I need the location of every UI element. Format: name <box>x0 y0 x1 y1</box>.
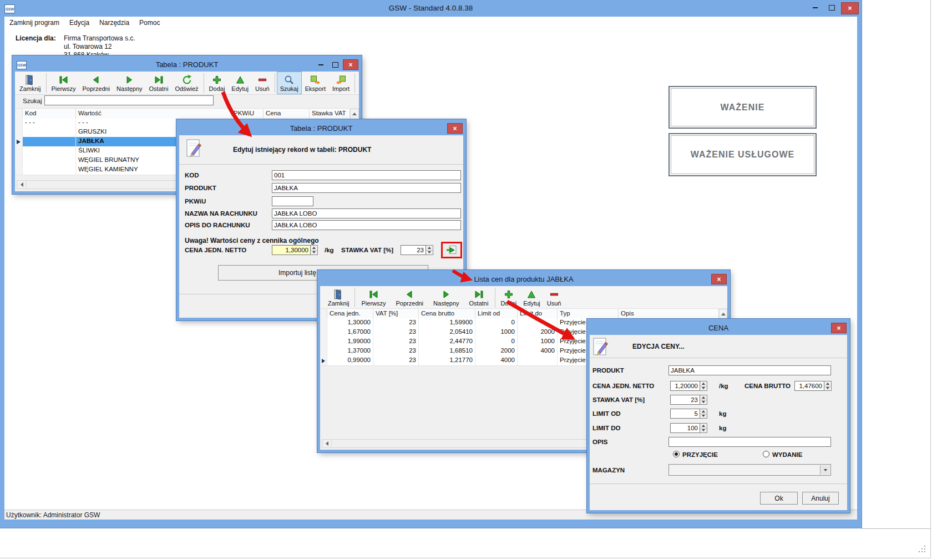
scroll-up-button[interactable] <box>719 309 727 319</box>
limit-od-field[interactable]: 5 <box>670 409 700 419</box>
produkt-table-titlebar[interactable]: GSW Tabela : PRODUKT × <box>15 58 359 72</box>
column-header-typ[interactable]: Typ <box>558 309 619 319</box>
cena-title: CENA <box>590 324 847 332</box>
menu-item-edycja[interactable]: Edycja <box>64 19 94 27</box>
toolbar-button-pierwszy[interactable]: Pierwszy <box>48 72 79 94</box>
resize-grip[interactable] <box>919 546 926 553</box>
przyjecie-radio[interactable] <box>673 451 680 457</box>
toolbar-button-ostatni[interactable]: Ostatni <box>146 72 172 94</box>
column-header-cena-jedn[interactable]: Cena jedn. <box>327 309 373 319</box>
open-price-list-button[interactable] <box>441 242 462 258</box>
wazenie-uslugowe-button[interactable]: WAŻENIE USŁUGOWE <box>668 133 817 176</box>
price-list-titlebar[interactable]: Lista cen dla produktu JABŁKA × <box>320 273 727 286</box>
toolbar-button-dodaj[interactable]: Dodaj <box>206 72 229 94</box>
limit-od-stepper[interactable] <box>700 409 707 419</box>
opis-field[interactable] <box>668 437 831 447</box>
toolbar-separator <box>275 73 275 93</box>
toolbar-button-nastepny[interactable]: Następny <box>113 72 145 94</box>
opis-do-rachunku-field[interactable]: JABŁKA LOBO <box>272 220 461 230</box>
toolbar-button-zamknij[interactable]: Zamknij <box>16 72 44 94</box>
cena-netto-label: CENA JEDN. NETTO <box>185 247 246 253</box>
toolbar-button-odswiez[interactable]: Odśwież <box>171 72 201 94</box>
nazwa-na-rachunku-field[interactable]: JABŁKA LOBO <box>272 208 461 218</box>
menu-item-zamknij-program[interactable]: Zamknij program <box>4 19 64 27</box>
toolbar-button-edytuj[interactable]: Edytuj <box>520 286 544 309</box>
close-button[interactable]: × <box>343 59 358 70</box>
cena-brutto-stepper[interactable] <box>824 381 832 391</box>
toolbar-button-usun[interactable]: Usuń <box>544 286 565 309</box>
pkwiu-label: PKWiU <box>185 198 206 205</box>
column-header-vat[interactable]: VAT [%] <box>373 309 419 319</box>
search-input[interactable] <box>44 95 214 105</box>
toolbar-button-poprzedni[interactable]: Poprzedni <box>391 286 429 309</box>
price-list-toolbar: Zamknij Pierwszy Poprzedni Następny Osta… <box>320 286 727 309</box>
refresh-icon <box>181 74 193 85</box>
toolbar-button-szukaj[interactable]: Szukaj <box>277 72 302 94</box>
toolbar-button-nastepny[interactable]: Następny <box>428 286 464 309</box>
column-header-limit-do[interactable]: Limit do <box>518 309 558 319</box>
stawka-vat-stepper[interactable] <box>700 395 707 405</box>
main-titlebar[interactable]: GSW GSW - Standard 4.0.8.38 × <box>0 0 862 17</box>
stawka-vat-stepper[interactable] <box>426 245 433 255</box>
menu-item-narzedzia[interactable]: Narzędzia <box>94 19 134 27</box>
scroll-left-button[interactable] <box>322 440 332 447</box>
cena-netto-stepper[interactable] <box>311 245 318 255</box>
stawka-vat-field[interactable]: 23 <box>401 245 426 255</box>
toolbar-button-usun[interactable]: Usuń <box>252 72 273 94</box>
produkt-field[interactable]: JABŁKA <box>668 365 831 375</box>
close-button[interactable]: × <box>711 274 727 284</box>
menu-item-pomoc[interactable]: Pomoc <box>134 19 165 27</box>
kod-field[interactable]: 001 <box>272 170 461 180</box>
scroll-up-button[interactable] <box>350 109 359 119</box>
edit-price-icon <box>592 337 609 359</box>
row-marker-icon <box>322 359 325 363</box>
pkwiu-field[interactable] <box>272 196 313 206</box>
maximize-button[interactable] <box>824 2 839 13</box>
limit-do-stepper[interactable] <box>700 423 707 433</box>
toolbar-button-poprzedni[interactable]: Poprzedni <box>79 72 114 94</box>
stawka-vat-field[interactable]: 23 <box>670 395 700 405</box>
przyjecie-radio-label[interactable]: PRZYJĘCIE <box>682 451 718 458</box>
previous-icon <box>90 74 102 85</box>
add-icon <box>211 74 222 85</box>
close-button[interactable]: × <box>447 123 463 134</box>
wydanie-radio-label[interactable]: WYDANIE <box>772 451 802 458</box>
toolbar-button-edytuj[interactable]: Edytuj <box>228 72 252 94</box>
cena-netto-stepper[interactable] <box>700 381 707 391</box>
scroll-left-button[interactable] <box>17 181 27 189</box>
column-header-wartosc[interactable]: Wartość <box>76 109 231 119</box>
column-header-kod[interactable]: Kod <box>23 109 76 119</box>
column-header-opis[interactable]: Opis <box>619 309 719 319</box>
produkt-field[interactable]: JABŁKA <box>272 183 461 193</box>
minimize-button[interactable] <box>314 59 327 70</box>
cena-netto-field[interactable]: 1,20000 <box>670 381 700 391</box>
import-icon <box>336 74 347 85</box>
column-header-cena[interactable]: Cena <box>264 109 310 119</box>
dropdown-button[interactable] <box>820 465 830 475</box>
wydanie-radio[interactable] <box>763 451 769 457</box>
toolbar-button-pierwszy[interactable]: Pierwszy <box>357 286 391 309</box>
toolbar-button-ostatni[interactable]: Ostatni <box>464 286 494 309</box>
minimize-button[interactable] <box>808 2 822 13</box>
column-header-cena-brutto[interactable]: Cena brutto <box>419 309 475 319</box>
cena-netto-unit: /kg <box>325 247 334 253</box>
cena-netto-field[interactable]: 1,30000 <box>272 245 311 255</box>
column-header-pkwiu[interactable]: PKWiU <box>231 109 264 119</box>
maximize-button[interactable] <box>328 59 342 70</box>
toolbar-button-zamknij[interactable]: Zamknij <box>325 286 353 309</box>
column-header-limit-od[interactable]: Limit od <box>475 309 518 319</box>
toolbar-button-import[interactable]: Import <box>329 72 353 94</box>
cena-brutto-field[interactable]: 1,47600 <box>794 381 824 391</box>
column-header-stawka-vat[interactable]: Stawka VAT <box>310 109 350 119</box>
cancel-button[interactable]: Anuluj <box>802 492 839 505</box>
toolbar-button-eksport[interactable]: Eksport <box>302 72 329 94</box>
produkt-edit-titlebar[interactable]: Tabela : PRODUKT × <box>179 122 463 135</box>
cena-titlebar[interactable]: CENA × <box>590 322 847 335</box>
magazyn-dropdown[interactable] <box>668 464 831 476</box>
close-button[interactable]: × <box>831 323 847 333</box>
toolbar-button-dodaj[interactable]: Dodaj <box>497 286 520 309</box>
limit-do-field[interactable]: 100 <box>670 423 700 433</box>
ok-button[interactable]: Ok <box>760 492 798 505</box>
close-button[interactable]: × <box>841 2 859 14</box>
wazenie-button[interactable]: WAŻENIE <box>668 86 817 129</box>
